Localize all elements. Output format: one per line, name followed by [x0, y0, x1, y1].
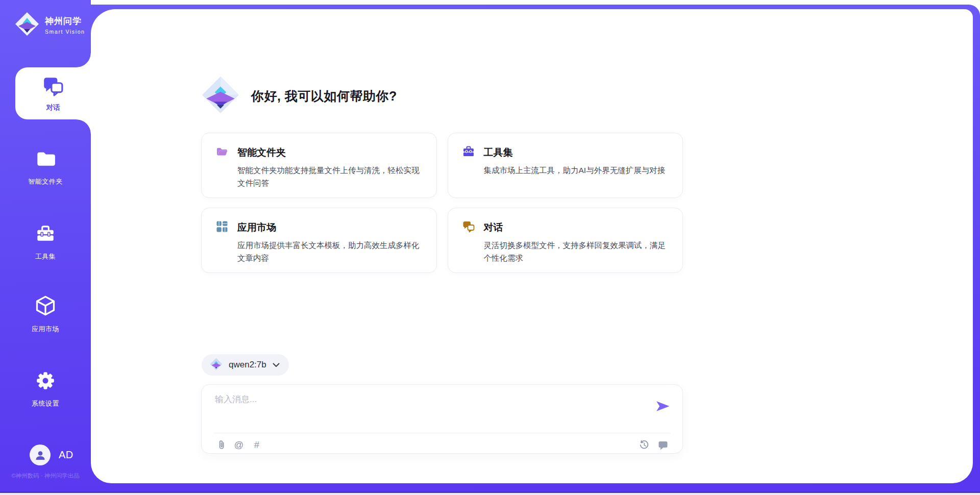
- card-title: 应用市场: [237, 221, 276, 234]
- active-tab-flare-top: [77, 53, 91, 67]
- attachment-icon[interactable]: [215, 439, 227, 451]
- sidebar-item-label: 系统设置: [32, 399, 59, 408]
- card-title: 对话: [484, 221, 503, 234]
- greeting: 你好, 我可以如何帮助你?: [201, 76, 397, 116]
- feedback-chat-icon[interactable]: [657, 439, 669, 451]
- chat-bubbles-icon: [462, 220, 475, 235]
- app-window: 神州问学 Smart Vision 对话 智能: [0, 0, 980, 495]
- briefcase-icon: [462, 145, 475, 160]
- chevron-down-icon: [273, 360, 280, 369]
- composer-toolbar-right: [631, 439, 669, 451]
- card-description: 智能文件夹功能支持批量文件上传与清洗，轻松实现文件问答: [216, 164, 422, 189]
- toolbox-icon: [35, 223, 56, 246]
- avatar: [30, 444, 51, 465]
- card-smart-folder[interactable]: 智能文件夹 智能文件夹功能支持批量文件上传与清洗，轻松实现文件问答: [201, 133, 437, 198]
- brand-logo: 神州问学 Smart Vision: [14, 11, 85, 39]
- sidebar-item-smart-folder[interactable]: 智能文件夹: [0, 148, 91, 195]
- sidebar-item-app-market[interactable]: 应用市场: [0, 294, 91, 341]
- user-name: AD: [59, 449, 74, 461]
- active-tab-flare-bottom: [77, 119, 91, 134]
- model-selector[interactable]: qwen2:7b: [202, 354, 289, 376]
- composer-divider: [214, 433, 670, 433]
- sidebar-item-label: 应用市场: [32, 325, 59, 334]
- gear-icon: [35, 370, 56, 393]
- feature-cards: 智能文件夹 智能文件夹功能支持批量文件上传与清洗，轻松实现文件问答: [201, 133, 683, 273]
- window-bottom-edge: [0, 493, 980, 495]
- cube-icon: [34, 294, 57, 319]
- user-account[interactable]: AD: [30, 444, 74, 465]
- send-icon[interactable]: [656, 400, 670, 412]
- brand-text: 神州问学 Smart Vision: [45, 15, 85, 35]
- card-title: 工具集: [484, 146, 513, 159]
- brand-name: 神州问学: [45, 15, 85, 27]
- brand-diamond-icon: [14, 11, 40, 39]
- card-description: 应用市场提供丰富长文本模板，助力高效生成多样化文章内容: [216, 239, 422, 264]
- model-name: qwen2:7b: [229, 360, 266, 370]
- sidebar-item-toolset[interactable]: 工具集: [0, 223, 91, 270]
- chat-icon: [42, 75, 64, 98]
- message-composer: @ #: [201, 384, 683, 454]
- sidebar-item-settings[interactable]: 系统设置: [0, 370, 91, 417]
- history-icon[interactable]: [638, 439, 650, 451]
- card-chat[interactable]: 对话 灵活切换多模型文件，支持多样回复效果调试，满足个性化需求: [448, 208, 683, 273]
- grid-icon: [216, 220, 228, 235]
- model-diamond-icon: [210, 358, 223, 373]
- card-description: 灵活切换多模型文件，支持多样回复效果调试，满足个性化需求: [462, 239, 669, 264]
- folder-icon: [35, 148, 56, 171]
- sidebar: 神州问学 Smart Vision 对话 智能: [0, 0, 91, 495]
- sidebar-item-label: 工具集: [35, 252, 56, 261]
- card-toolset[interactable]: 工具集 集成市场上主流工具，助力AI与外界无缝扩展与对接: [448, 133, 683, 198]
- composer-toolbar: @ #: [215, 437, 669, 453]
- brand-subtitle: Smart Vision: [45, 29, 85, 35]
- sidebar-item-chat[interactable]: 对话: [15, 67, 91, 119]
- card-app-market[interactable]: 应用市场 应用市场提供丰富长文本模板，助力高效生成多样化文章内容: [201, 208, 437, 273]
- card-description: 集成市场上主流工具，助力AI与外界无缝扩展与对接: [462, 164, 669, 177]
- message-input[interactable]: [215, 393, 639, 425]
- folder-open-icon: [216, 145, 228, 160]
- assistant-diamond-icon: [201, 76, 240, 116]
- copyright-footer: ©神州数码 · 神州问学出品: [0, 472, 91, 480]
- sidebar-item-label: 对话: [46, 103, 60, 112]
- mention-icon[interactable]: @: [233, 439, 245, 451]
- greeting-title: 你好, 我可以如何帮助你?: [251, 88, 397, 105]
- hashtag-icon[interactable]: #: [251, 439, 263, 451]
- sidebar-item-label: 智能文件夹: [28, 177, 63, 186]
- card-title: 智能文件夹: [237, 146, 286, 159]
